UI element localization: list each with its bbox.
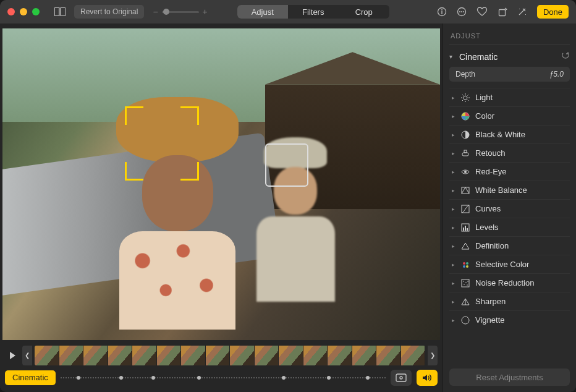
definition-icon <box>460 241 470 251</box>
chevron-right-icon: ▸ <box>451 280 455 286</box>
auto-enhance-icon[interactable] <box>514 5 531 19</box>
chevron-right-icon: ▸ <box>451 169 455 175</box>
filmstrip-frame[interactable] <box>132 346 157 365</box>
adjustment-item-red-eye[interactable]: ▸Red-Eye <box>449 162 570 181</box>
adjustment-item-selective-color[interactable]: ▸Selective Color <box>449 255 570 273</box>
chevron-right-icon: ▸ <box>451 95 455 101</box>
reset-adjustments-button[interactable]: Reset Adjustments <box>449 369 570 386</box>
titlebar: Revert to Original − + Adjust Filters Cr… <box>0 0 576 23</box>
svg-rect-24 <box>462 153 468 156</box>
filmstrip-frame[interactable] <box>230 346 255 365</box>
cinematic-header[interactable]: ▾ Cinematic <box>449 51 570 62</box>
tab-filters[interactable]: Filters <box>288 5 339 19</box>
adjustment-item-color[interactable]: ▸Color <box>449 106 570 125</box>
adjustment-item-retouch[interactable]: ▸Retouch <box>449 143 570 162</box>
filmstrip-frame[interactable] <box>108 346 133 365</box>
photos-edit-window: Revert to Original − + Adjust Filters Cr… <box>0 0 576 392</box>
adjustment-item-curves[interactable]: ▸Curves <box>449 199 570 218</box>
step-back-button[interactable]: ❮ <box>22 346 32 365</box>
focus-target-button[interactable] <box>391 370 412 386</box>
done-button[interactable]: Done <box>537 5 569 19</box>
cinematic-mode-button[interactable]: Cinematic <box>5 370 56 385</box>
favorite-icon[interactable] <box>473 5 491 19</box>
svg-point-39 <box>465 282 467 283</box>
step-forward-button[interactable]: ❯ <box>428 346 438 365</box>
filmstrip-frame[interactable] <box>35 346 59 365</box>
secondary-focus-box[interactable] <box>265 143 308 187</box>
retouch-icon <box>460 148 470 158</box>
rotate-icon[interactable] <box>494 5 511 19</box>
svg-point-42 <box>467 281 468 282</box>
primary-focus-bracket[interactable] <box>125 106 199 181</box>
filmstrip[interactable] <box>35 346 425 365</box>
zoom-in-icon[interactable]: + <box>203 7 208 17</box>
tab-crop[interactable]: Crop <box>339 5 389 19</box>
filmstrip-frame[interactable] <box>376 346 401 365</box>
vignette-icon <box>460 315 470 325</box>
more-icon[interactable] <box>453 5 470 19</box>
cinematic-section: ▾ Cinematic Depth ƒ5.0 <box>449 45 570 85</box>
depth-slider[interactable]: Depth ƒ5.0 <box>449 67 570 82</box>
sidebar-title: ADJUST <box>449 30 570 45</box>
filmstrip-frame[interactable] <box>206 346 231 365</box>
svg-point-35 <box>463 265 465 268</box>
play-button[interactable] <box>5 348 20 363</box>
filmstrip-frame[interactable] <box>279 346 303 365</box>
controls-row: Cinematic <box>5 370 438 386</box>
zoom-window-button[interactable] <box>32 8 40 15</box>
svg-point-41 <box>467 284 468 286</box>
audio-button[interactable] <box>417 370 438 386</box>
zoom-thumb[interactable] <box>163 9 169 15</box>
video-preview[interactable] <box>2 28 440 340</box>
svg-rect-11 <box>396 374 406 381</box>
revert-to-original-button[interactable]: Revert to Original <box>74 5 144 19</box>
adjustment-item-noise-reduction[interactable]: ▸Noise Reduction <box>449 273 570 292</box>
svg-line-19 <box>468 100 469 101</box>
adjustment-item-levels[interactable]: ▸Levels <box>449 218 570 236</box>
zoom-slider[interactable]: − + <box>153 7 207 17</box>
color-icon <box>460 111 470 121</box>
zoom-track[interactable] <box>162 11 199 13</box>
edit-mode-segmented: Adjust Filters Crop <box>237 5 389 19</box>
filmstrip-frame[interactable] <box>181 346 206 365</box>
focus-keyframe-track[interactable] <box>61 372 386 384</box>
adjustment-label: Vignette <box>475 315 504 325</box>
filmstrip-frame[interactable] <box>59 346 84 365</box>
svg-point-26 <box>464 171 467 173</box>
split-view-icon[interactable] <box>51 5 69 19</box>
svg-rect-37 <box>462 279 469 287</box>
svg-rect-30 <box>463 228 464 231</box>
filmstrip-frame[interactable] <box>255 346 279 365</box>
filmstrip-frame[interactable] <box>83 346 108 365</box>
svg-point-7 <box>459 11 460 12</box>
adjustment-label: Selective Color <box>475 260 529 269</box>
black-white-icon <box>460 130 470 140</box>
curves-icon <box>460 204 470 214</box>
zoom-out-icon[interactable]: − <box>153 7 158 17</box>
filmstrip-frame[interactable] <box>352 346 377 365</box>
titlebar-right-actions: Done <box>433 0 569 23</box>
adjustment-label: Noise Reduction <box>475 278 534 288</box>
adjustment-label: Black & White <box>475 130 525 139</box>
adjustment-label: Curves <box>475 204 501 213</box>
filmstrip-frame[interactable] <box>328 346 352 365</box>
adjustment-item-black-white[interactable]: ▸Black & White <box>449 125 570 143</box>
adjustment-item-sharpen[interactable]: ▸Sharpen <box>449 292 570 310</box>
svg-point-9 <box>463 11 464 12</box>
chevron-down-icon: ▾ <box>449 53 455 60</box>
svg-rect-25 <box>464 150 467 153</box>
canvas-area: ❮ ❯ Cinematic <box>0 23 443 392</box>
reset-cinematic-icon[interactable] <box>561 51 570 62</box>
svg-point-4 <box>441 9 443 11</box>
adjustment-item-light[interactable]: ▸Light <box>449 88 570 106</box>
minimize-window-button[interactable] <box>20 8 27 15</box>
info-icon[interactable] <box>433 5 451 19</box>
tab-adjust[interactable]: Adjust <box>237 5 288 19</box>
adjustment-item-vignette[interactable]: ▸Vignette <box>449 310 570 329</box>
filmstrip-frame[interactable] <box>401 346 426 365</box>
filmstrip-frame[interactable] <box>157 346 182 365</box>
adjustment-item-definition[interactable]: ▸Definition <box>449 236 570 255</box>
adjustment-item-white-balance[interactable]: ▸White Balance <box>449 181 570 199</box>
close-window-button[interactable] <box>7 8 15 15</box>
filmstrip-frame[interactable] <box>303 346 328 365</box>
